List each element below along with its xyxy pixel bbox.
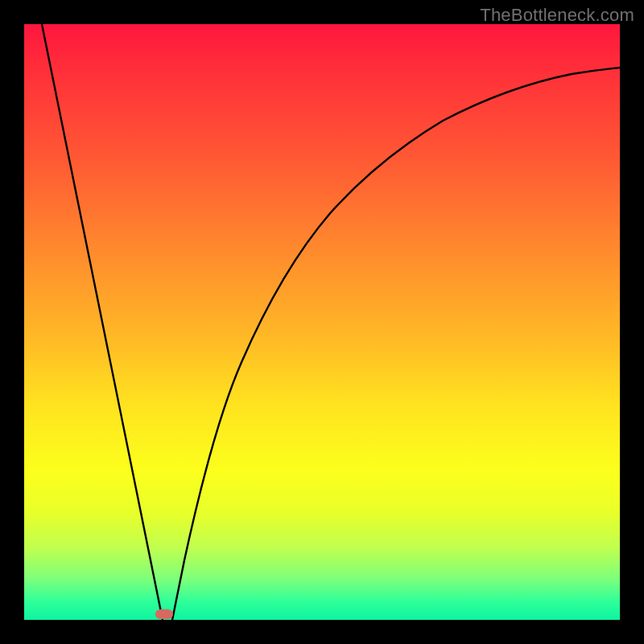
plot-area: [24, 24, 620, 620]
curve-right-branch: [172, 68, 620, 620]
chart-frame: TheBottleneck.com: [0, 0, 644, 644]
optimal-point-marker: [155, 609, 173, 619]
watermark-text: TheBottleneck.com: [480, 5, 634, 26]
curve-layer: [24, 24, 620, 620]
curve-left-branch: [42, 24, 163, 620]
